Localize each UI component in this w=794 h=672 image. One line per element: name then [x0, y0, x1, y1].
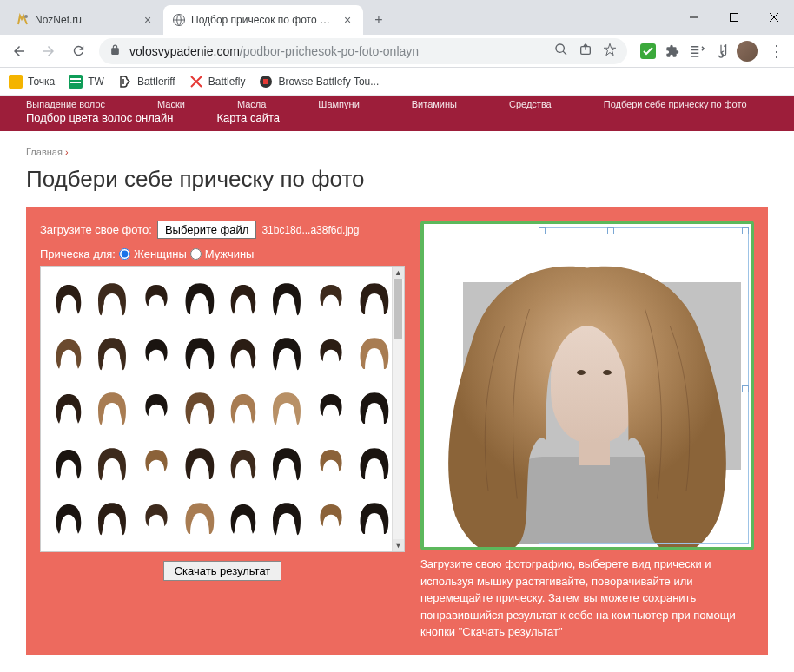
bookmark-tochka[interactable]: Точка: [9, 75, 55, 89]
resize-handle[interactable]: [539, 227, 546, 234]
scroll-thumb[interactable]: [394, 279, 402, 339]
resize-handle[interactable]: [742, 385, 749, 392]
nav-link[interactable]: Масла: [237, 99, 266, 109]
profile-avatar[interactable]: [737, 41, 758, 62]
bookmark-battlefy[interactable]: Browse Battlefy Tou...: [259, 75, 379, 89]
tab-noznet[interactable]: NozNet.ru ×: [7, 5, 163, 35]
scroll-down[interactable]: ▼: [393, 539, 404, 551]
hairstyle-thumb[interactable]: [179, 273, 221, 324]
download-button[interactable]: Скачать результат: [163, 561, 282, 581]
hairstyle-thumb[interactable]: [266, 493, 308, 544]
hairstyle-thumb[interactable]: [310, 493, 352, 544]
forward-button[interactable]: [35, 37, 63, 65]
hairstyle-app: Загрузите свое фото: Выберите файл 31bc1…: [26, 207, 768, 655]
ext-check-icon[interactable]: [639, 43, 657, 60]
media-icon[interactable]: [712, 43, 730, 60]
hairstyle-thumb[interactable]: [179, 438, 221, 489]
hairstyle-thumb[interactable]: [136, 273, 177, 324]
hairstyle-thumb[interactable]: [354, 273, 395, 324]
hairstyle-thumb[interactable]: [354, 328, 395, 379]
scroll-up[interactable]: ▲: [393, 267, 404, 279]
hairstyle-thumb[interactable]: [179, 493, 221, 544]
reading-list-icon[interactable]: [688, 43, 705, 60]
star-icon[interactable]: [603, 43, 617, 60]
tab-active[interactable]: Подбор причесок по фото онла ×: [163, 5, 363, 35]
hairstyle-grid[interactable]: [40, 266, 405, 552]
hairstyle-thumb[interactable]: [179, 328, 221, 379]
hairstyle-thumb[interactable]: [310, 273, 352, 324]
new-tab-button[interactable]: +: [367, 8, 391, 32]
selection-bbox[interactable]: [539, 227, 749, 544]
hairstyle-thumb[interactable]: [310, 438, 352, 489]
upload-label: Загрузите свое фото:: [40, 223, 152, 236]
hairstyle-thumb[interactable]: [91, 273, 133, 324]
hairstyle-thumb[interactable]: [310, 328, 352, 379]
hairstyle-thumb[interactable]: [222, 383, 264, 433]
radio-women[interactable]: [119, 248, 130, 260]
hairstyle-thumb[interactable]: [310, 383, 352, 433]
share-icon[interactable]: [579, 43, 592, 60]
extensions-icon[interactable]: [664, 43, 681, 60]
search-icon-omnibox[interactable]: [554, 43, 568, 60]
svg-rect-11: [70, 82, 81, 83]
breadcrumb: Главная ›: [26, 147, 768, 157]
hairstyle-thumb[interactable]: [266, 438, 308, 489]
nav-link[interactable]: Маски: [157, 99, 185, 109]
hairstyle-thumb[interactable]: [91, 438, 133, 489]
page-content: Выпадение волосМаскиМаслаШампуниВитамины…: [0, 96, 794, 670]
nav-link[interactable]: Витамины: [412, 99, 457, 109]
scrollbar[interactable]: ▲ ▼: [392, 267, 404, 551]
hairstyle-thumb[interactable]: [222, 273, 264, 324]
tab-close-icon[interactable]: ×: [341, 13, 354, 27]
hairstyle-thumb[interactable]: [91, 328, 133, 379]
lock-icon: [109, 44, 121, 58]
hairstyle-thumb[interactable]: [48, 438, 89, 489]
hairstyle-thumb[interactable]: [91, 493, 133, 544]
nav-link[interactable]: Карта сайта: [217, 111, 280, 124]
menu-button[interactable]: ⋮: [764, 42, 789, 61]
favicon-noznet: [16, 13, 30, 27]
bookmark-battleriff[interactable]: Battleriff: [118, 75, 175, 89]
hairstyle-thumb[interactable]: [266, 328, 308, 379]
hairstyle-thumb[interactable]: [48, 328, 89, 379]
bookmark-battlefly[interactable]: Battlefly: [189, 75, 246, 89]
extension-icons: [634, 41, 763, 62]
hairstyle-thumb[interactable]: [136, 493, 177, 544]
nav-link[interactable]: Подбор цвета волос онлайн: [26, 111, 174, 124]
browser-titlebar: NozNet.ru × Подбор причесок по фото онла…: [0, 0, 794, 35]
hairstyle-thumb[interactable]: [136, 438, 177, 489]
breadcrumb-home[interactable]: Главная: [26, 147, 63, 157]
nav-link[interactable]: Шампуни: [318, 99, 359, 109]
hairstyle-thumb[interactable]: [354, 493, 395, 544]
hairstyle-thumb[interactable]: [136, 383, 177, 433]
hairstyle-thumb[interactable]: [354, 438, 395, 489]
hairstyle-thumb[interactable]: [266, 383, 308, 433]
tab-close-icon[interactable]: ×: [141, 13, 155, 27]
reload-button[interactable]: [64, 37, 92, 65]
minimize-button[interactable]: [674, 0, 714, 35]
hairstyle-thumb[interactable]: [91, 383, 133, 433]
address-bar[interactable]: volosvypadenie.com/podbor-prichesok-po-f…: [99, 38, 627, 64]
hairstyle-thumb[interactable]: [222, 438, 264, 489]
maximize-button[interactable]: [714, 0, 754, 35]
nav-link[interactable]: Средства: [509, 99, 552, 109]
radio-men[interactable]: [190, 248, 202, 260]
resize-handle[interactable]: [607, 227, 614, 234]
back-button[interactable]: [5, 37, 33, 65]
resize-handle[interactable]: [742, 227, 749, 234]
hairstyle-thumb[interactable]: [354, 383, 395, 433]
hairstyle-thumb[interactable]: [222, 493, 264, 544]
hairstyle-thumb[interactable]: [266, 273, 308, 324]
file-input-button[interactable]: Выберите файл: [157, 221, 256, 239]
close-button[interactable]: [754, 0, 794, 35]
hairstyle-thumb[interactable]: [48, 273, 89, 324]
hairstyle-thumb[interactable]: [222, 328, 264, 379]
hairstyle-thumb[interactable]: [179, 383, 221, 433]
bookmark-tw[interactable]: TW: [69, 75, 104, 89]
hairstyle-thumb[interactable]: [136, 328, 177, 379]
nav-link[interactable]: Выпадение волос: [26, 99, 105, 109]
nav-link[interactable]: Подбери себе прическу по фото: [604, 99, 747, 109]
preview-box[interactable]: [420, 221, 754, 550]
hairstyle-thumb[interactable]: [48, 493, 89, 544]
hairstyle-thumb[interactable]: [48, 383, 89, 433]
